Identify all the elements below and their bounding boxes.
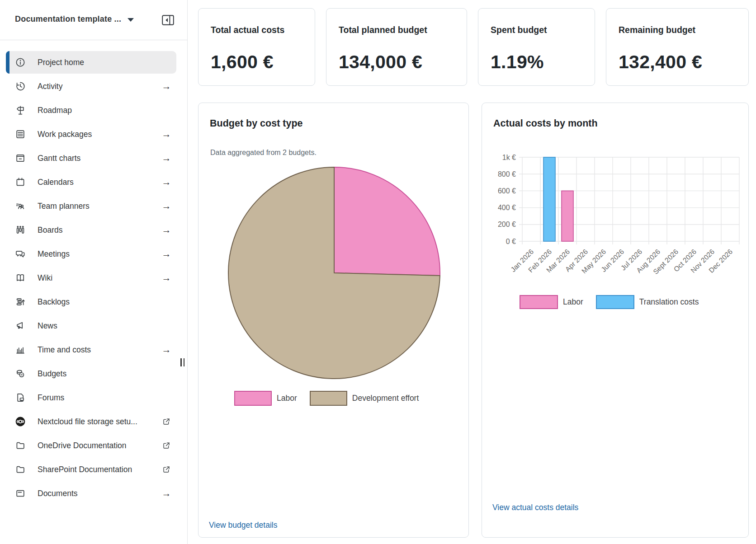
arrow-right-icon: → <box>161 338 172 361</box>
sidebar-item-nextcloud-file-storage-setu[interactable]: Nextcloud file storage setu... <box>6 410 176 433</box>
wiki-icon <box>15 272 26 283</box>
caret-down-icon <box>128 18 134 22</box>
sidebar-header: Documentation template ... <box>0 0 187 40</box>
gantt-icon <box>15 153 26 164</box>
sidebar-item-sharepoint-documentation[interactable]: SharePoint Documentation <box>6 458 176 481</box>
legend-swatch <box>310 391 347 406</box>
sidebar-item-backlogs[interactable]: Backlogs <box>6 291 176 313</box>
svg-text:Mar 2026: Mar 2026 <box>545 248 571 274</box>
folder-icon <box>15 440 26 451</box>
arrow-right-icon: → <box>161 195 172 217</box>
sidebar-item-label: Backlogs <box>38 291 70 313</box>
sidebar-item-label: OneDrive Documentation <box>38 434 126 457</box>
kpi-value: 1,600 € <box>211 52 302 73</box>
svg-text:Oct 2026: Oct 2026 <box>672 248 698 273</box>
budget-card-subtitle: Data aggregated from 2 budgets. <box>210 149 317 157</box>
sidebar-collapse-button[interactable] <box>162 15 174 25</box>
legend-label: Development effort <box>352 394 419 403</box>
kpi-card-remaining-budget: Remaining budget 132,400 € <box>606 8 749 86</box>
legend-label: Labor <box>277 394 297 403</box>
sidebar-item-boards[interactable]: Boards → <box>6 219 176 241</box>
sidebar-item-label: Activity <box>38 75 62 98</box>
actual-costs-by-month-card: Actual costs by month 0 €200 €400 €600 €… <box>482 103 749 538</box>
documents-icon <box>15 488 26 499</box>
kpi-card-total-actual-costs: Total actual costs 1,600 € <box>198 8 315 86</box>
meetings-icon <box>15 249 26 259</box>
sidebar-item-wiki[interactable]: Wiki → <box>6 267 176 289</box>
legend-label: Labor <box>563 297 583 307</box>
time-costs-icon <box>15 344 26 355</box>
arrow-right-icon: → <box>161 267 172 289</box>
sidebar-item-label: Nextcloud file storage setu... <box>38 410 137 433</box>
nextcloud-icon <box>15 416 26 427</box>
sidebar-item-label: Gantt charts <box>38 147 80 169</box>
kpi-card-spent-budget: Spent budget 1.19% <box>478 8 595 86</box>
svg-text:800 €: 800 € <box>498 170 516 178</box>
team-planner-icon <box>15 201 26 211</box>
svg-text:Jan 2026: Jan 2026 <box>509 248 535 273</box>
kpi-card-total-planned-budget: Total planned budget 134,000 € <box>326 8 467 86</box>
legend-item-translation-costs[interactable]: Translation costs <box>596 295 699 309</box>
sidebar-item-gantt-charts[interactable]: Gantt charts → <box>6 147 176 169</box>
view-budget-details-link[interactable]: View budget details <box>209 521 277 530</box>
svg-text:Dec 2026: Dec 2026 <box>707 248 734 274</box>
sidebar-item-calendars[interactable]: Calendars → <box>6 171 176 193</box>
activity-icon <box>15 81 26 92</box>
external-link-icon <box>161 410 172 433</box>
budget-by-cost-type-card: Budget by cost type Data aggregated from… <box>198 103 469 538</box>
actual-costs-legend: LaborTranslation costs <box>520 295 699 309</box>
sidebar-resize-handle[interactable] <box>180 358 184 366</box>
legend-item-labor[interactable]: Labor <box>520 295 583 309</box>
sidebar-item-roadmap[interactable]: Roadmap <box>6 99 176 122</box>
arrow-right-icon: → <box>161 147 172 169</box>
sidebar-item-news[interactable]: News <box>6 314 176 337</box>
kpi-value: 1.19% <box>491 52 582 73</box>
sidebar-item-activity[interactable]: Activity → <box>6 75 176 98</box>
sidebar-item-label: Roadmap <box>38 99 72 122</box>
legend-item-development-effort[interactable]: Development effort <box>310 391 419 406</box>
project-title: Documentation template ... <box>15 14 121 24</box>
kpi-value: 134,000 € <box>339 52 454 73</box>
project-selector[interactable]: Documentation template ... <box>15 14 134 24</box>
arrow-right-icon: → <box>161 171 172 193</box>
svg-text:Sept 2026: Sept 2026 <box>652 248 680 276</box>
sidebar-item-label: Time and costs <box>38 338 91 361</box>
legend-swatch <box>520 295 558 309</box>
sidebar-item-work-packages[interactable]: Work packages → <box>6 123 176 145</box>
sidebar-item-meetings[interactable]: Meetings → <box>6 243 176 265</box>
sidebar-item-label: Calendars <box>38 171 74 193</box>
budgets-icon <box>15 368 26 379</box>
view-actual-costs-details-link[interactable]: View actual costs details <box>492 503 578 512</box>
work-packages-icon <box>15 129 26 140</box>
svg-text:Aug 2026: Aug 2026 <box>635 248 662 274</box>
sidebar: Documentation template ... Project home … <box>0 0 188 544</box>
sidebar-item-label: SharePoint Documentation <box>38 458 132 481</box>
sidebar-item-label: Work packages <box>38 123 92 145</box>
sidebar-item-time-and-costs[interactable]: Time and costs → <box>6 338 176 361</box>
sidebar-item-project-home[interactable]: Project home <box>6 51 176 74</box>
sidebar-item-label: Meetings <box>38 243 70 265</box>
sidebar-item-team-planners[interactable]: Team planners → <box>6 195 176 217</box>
sidebar-item-forums[interactable]: Forums <box>6 386 176 409</box>
svg-text:200 €: 200 € <box>498 220 516 228</box>
app-root: Documentation template ... Project home … <box>0 0 756 544</box>
svg-text:May 2026: May 2026 <box>580 248 607 275</box>
collapse-sidebar-icon <box>162 20 174 27</box>
arrow-right-icon: → <box>161 75 172 98</box>
legend-item-labor[interactable]: Labor <box>234 391 297 406</box>
folder-icon <box>15 464 26 475</box>
kpi-row: Total actual costs 1,600 € Total planned… <box>198 8 749 86</box>
sidebar-item-label: Wiki <box>38 267 52 289</box>
budget-pie-legend: LaborDevelopment effort <box>234 391 419 406</box>
kpi-label: Remaining budget <box>619 25 736 35</box>
kpi-label: Spent budget <box>491 25 582 35</box>
legend-label: Translation costs <box>639 297 699 307</box>
news-icon <box>15 320 26 331</box>
sidebar-item-budgets[interactable]: Budgets <box>6 362 176 385</box>
svg-text:600 €: 600 € <box>498 187 516 195</box>
sidebar-item-label: Documents <box>38 482 78 505</box>
sidebar-item-documents[interactable]: Documents → <box>6 482 176 505</box>
external-link-icon <box>161 458 172 481</box>
svg-text:Nov 2026: Nov 2026 <box>689 248 716 274</box>
sidebar-item-onedrive-documentation[interactable]: OneDrive Documentation <box>6 434 176 457</box>
